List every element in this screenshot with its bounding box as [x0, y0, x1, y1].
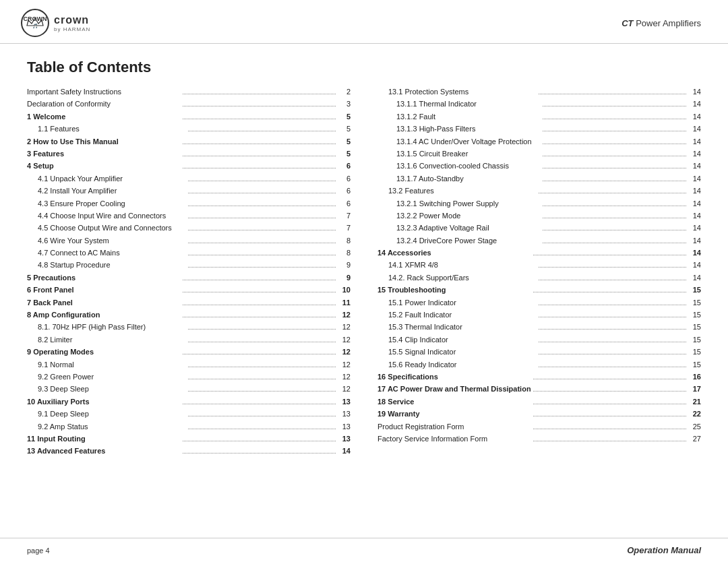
toc-dots	[183, 156, 336, 156]
toc-dots	[543, 168, 686, 168]
toc-page: 5	[338, 124, 351, 134]
toc-dots	[188, 379, 336, 379]
toc-label: 3 Features	[27, 149, 180, 159]
toc-page: 14	[689, 236, 701, 246]
toc-dots	[543, 106, 686, 106]
header-ct: CT	[621, 18, 633, 28]
toc-left-column: Important Safety Instructions2Declaratio…	[27, 87, 364, 459]
toc-dots	[543, 144, 686, 144]
toc-dots	[183, 94, 336, 94]
toc-entry: 4.6 Wire Your System8	[27, 236, 351, 246]
toc-dots	[539, 305, 686, 305]
toc-page: 7	[338, 223, 351, 233]
toc-entry: 16 Specifications16	[377, 372, 701, 382]
toc-label: 9.1 Deep Sleep	[27, 409, 185, 419]
toc-label: 13.2.4 DriveCore Power Stage	[377, 236, 540, 246]
toc-label: Declaration of Conformity	[27, 99, 180, 109]
toc-label: 4.6 Wire Your System	[27, 236, 185, 246]
toc-entry: 15.1 Power Indicator15	[377, 298, 701, 308]
toc-label: 9.2 Green Power	[27, 372, 185, 382]
toc-entry: 14.2. Rack Support/Ears14	[377, 273, 701, 283]
toc-dots	[188, 267, 336, 268]
toc-entry: 3 Features5	[27, 149, 351, 159]
toc-dots	[183, 305, 336, 305]
toc-page: 14	[689, 211, 701, 221]
toc-page: 15	[689, 310, 701, 320]
toc-label: 1 Welcome	[27, 112, 180, 122]
toc-page: 12	[338, 384, 351, 394]
toc-entry: 11 Input Routing13	[27, 434, 351, 444]
toc-entry: 4.2 Install Your Amplifier6	[27, 186, 351, 196]
toc-page: 15	[689, 347, 701, 357]
toc-label: 8 Amp Configuration	[27, 310, 180, 320]
toc-page: 13	[338, 397, 351, 407]
toc-page: 14	[689, 260, 701, 270]
toc-entry: 13.2 Features14	[377, 186, 701, 196]
toc-page: 14	[689, 248, 701, 258]
toc-page: 6	[338, 161, 351, 171]
toc-right-column: 13.1 Protection Systems1413.1.1 Thermal …	[364, 87, 701, 459]
toc-page: 12	[338, 310, 351, 320]
toc-label: 18 Service	[377, 397, 530, 407]
toc-entry: 15.3 Thermal Indicator15	[377, 322, 701, 332]
toc-label: 13.2.1 Switching Power Supply	[377, 199, 540, 209]
toc-page: 15	[689, 335, 701, 345]
toc-entry: 13.1 Protection Systems14	[377, 87, 701, 97]
header-title-rest: Power Amplifiers	[634, 18, 701, 28]
toc-page: 11	[338, 298, 351, 308]
toc-page: 14	[689, 124, 701, 134]
toc-dots	[183, 280, 336, 280]
toc-entry: 7 Back Panel11	[27, 298, 351, 308]
toc-dots	[188, 342, 336, 342]
toc-dots	[543, 206, 686, 206]
toc-dots	[539, 367, 686, 367]
logo-area: CROWN 🎵 crown by HARMAN	[20, 8, 90, 38]
toc-dots	[183, 144, 336, 144]
toc-label: 4 Setup	[27, 161, 180, 171]
toc-dots	[539, 94, 686, 94]
toc-dots	[183, 119, 336, 119]
toc-dots	[188, 181, 336, 181]
toc-page: 5	[338, 137, 351, 147]
toc-page: 14	[689, 112, 701, 122]
toc-label: 4.8 Startup Procedure	[27, 260, 185, 270]
toc-dots	[533, 379, 686, 379]
toc-label: 15.4 Clip Indicator	[377, 335, 536, 345]
toc-label: 9 Operating Modes	[27, 347, 180, 357]
toc-entry: 4 Setup6	[27, 161, 351, 171]
toc-page: 12	[338, 360, 351, 370]
toc-page: 14	[689, 223, 701, 233]
page-title: Table of Contents	[27, 59, 701, 76]
toc-page: 9	[338, 260, 351, 270]
toc-page: 14	[689, 199, 701, 209]
toc-dots	[533, 429, 686, 429]
toc-page: 14	[689, 137, 701, 147]
toc-label: 1.1 Features	[27, 124, 185, 134]
toc-page: 16	[689, 372, 701, 382]
toc-entry: 1 Welcome5	[27, 112, 351, 122]
toc-dots	[539, 267, 686, 268]
svg-point-0	[22, 9, 49, 36]
toc-page: 14	[689, 186, 701, 196]
toc-label: 13.2.3 Adaptive Voltage Rail	[377, 223, 540, 233]
toc-label: 15.6 Ready Indicator	[377, 360, 536, 370]
toc-entry: 15.2 Fault Indicator15	[377, 310, 701, 320]
toc-dots	[188, 218, 336, 218]
toc-dots	[188, 206, 336, 206]
toc-dots	[533, 404, 686, 404]
toc-label: 13.1.4 AC Under/Over Voltage Protection	[377, 137, 540, 147]
toc-label: Factory Service Information Form	[377, 434, 530, 444]
toc-entry: 13.1.4 AC Under/Over Voltage Protection1…	[377, 137, 701, 147]
toc-entry: 17 AC Power Draw and Thermal Dissipation…	[377, 384, 701, 394]
toc-dots	[183, 404, 336, 404]
toc-dots	[533, 441, 686, 441]
toc-entry: 13.1.7 Auto-Standby14	[377, 174, 701, 184]
toc-dots	[533, 292, 686, 292]
toc-page: 10	[338, 285, 351, 295]
toc-dots	[543, 119, 686, 119]
crown-logo-icon: CROWN 🎵	[20, 8, 50, 38]
toc-entry: 18 Service21	[377, 397, 701, 407]
toc-entry: 9.1 Deep Sleep13	[27, 409, 351, 419]
toc-page: 7	[338, 211, 351, 221]
toc-label: 9.1 Normal	[27, 360, 185, 370]
